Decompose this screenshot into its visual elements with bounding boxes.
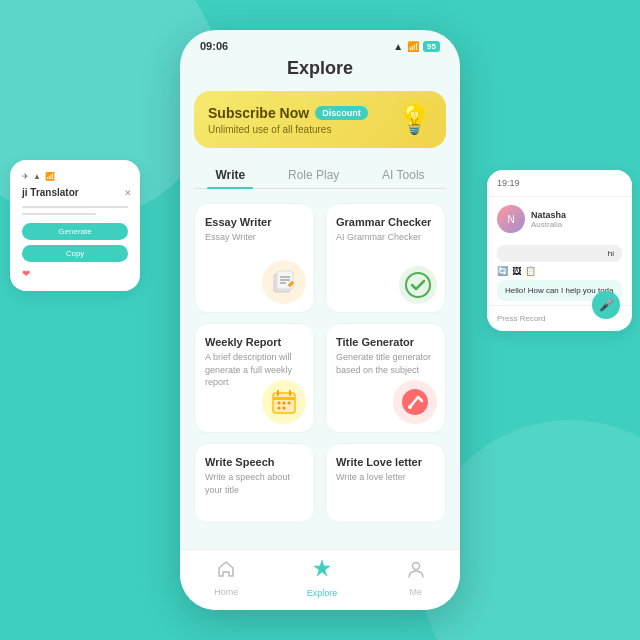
tool-card-essay[interactable]: Essay Writer Essay Writer [194,203,315,313]
svg-point-14 [283,407,286,410]
side-card-title: ji Translator [22,187,128,198]
svg-point-11 [283,402,286,405]
bulb-icon: 💡 [397,103,432,136]
me-icon [406,559,426,584]
tool-card-speech[interactable]: Write Speech Write a speech about your t… [194,443,315,523]
love-title: Write Love letter [336,456,435,468]
svg-point-17 [412,563,419,570]
speech-desc: Write a speech about your title [205,471,304,496]
bottom-nav: Home Explore Me [180,549,460,610]
tab-bar: Write Role Play AI Tools [194,162,446,189]
svg-rect-7 [273,397,295,400]
report-icon [262,380,306,424]
heart-icon: ❤ [22,268,128,279]
nav-home[interactable]: Home [214,559,238,597]
tools-grid: Essay Writer Essay Writer Grammar Checke… [194,203,446,433]
nav-me-label: Me [409,587,422,597]
titlegenerator-desc: Generate title generator based on the su… [336,351,435,376]
essay-desc: Essay Writer [205,231,304,244]
tool-card-title-gen[interactable]: Title Generator Generate title generator… [325,323,446,433]
user-name: Natasha [531,210,566,220]
tools-grid-bottom: Write Speech Write a speech about your t… [194,443,446,523]
essay-icon [262,260,306,304]
copy-button[interactable]: Copy [22,245,128,262]
tool-card-love[interactable]: Write Love letter Write a love letter [325,443,446,523]
essay-title: Essay Writer [205,216,304,228]
chat-card: 19:19 N Natasha Australia hi 🔄🖼📋 Hello! … [487,170,632,331]
side-card-status: ✈▲📶 [22,172,128,181]
translate-icons: 🔄🖼📋 [497,266,622,276]
nav-explore[interactable]: Explore [307,558,338,598]
chat-header: 19:19 [487,170,632,197]
subscribe-banner[interactable]: Subscribe Now Discount Unlimited use of … [194,91,446,148]
wifi-icon: ▲ [393,41,403,52]
grammar-desc: AI Grammar Checker [336,231,435,244]
nav-me[interactable]: Me [406,559,426,597]
tab-write[interactable]: Write [207,162,253,188]
grammar-title: Grammar Checker [336,216,435,228]
svg-point-16 [408,405,412,409]
home-icon [216,559,236,584]
translator-card: ✈▲📶 ji Translator ✕ Generate Copy ❤ [10,160,140,291]
discount-badge: Discount [315,106,368,120]
svg-point-5 [406,273,430,297]
tool-card-grammar[interactable]: Grammar Checker AI Grammar Checker [325,203,446,313]
signal-icon: 📶 [407,41,419,52]
titlegenerator-title: Title Generator [336,336,435,348]
subscribe-title-row: Subscribe Now Discount [208,105,368,121]
grammar-icon [399,266,437,304]
chat-user-info: N Natasha Australia [487,197,632,241]
explore-icon [311,558,333,585]
input-line-1 [22,206,128,208]
user-avatar: N [497,205,525,233]
love-desc: Write a love letter [336,471,435,484]
phone-content: Explore Subscribe Now Discount Unlimited… [180,58,460,582]
close-icon[interactable]: ✕ [124,188,132,198]
status-icons: ▲ 📶 95 [393,41,440,52]
generate-button[interactable]: Generate [22,223,128,240]
nav-explore-label: Explore [307,588,338,598]
battery-badge: 95 [423,41,440,52]
subscribe-title-text: Subscribe Now [208,105,309,121]
report-title: Weekly Report [205,336,304,348]
main-phone: 09:06 ▲ 📶 95 Explore Subscribe Now Disco… [180,30,460,610]
nav-home-label: Home [214,587,238,597]
tool-card-report[interactable]: Weekly Report A brief description will g… [194,323,315,433]
svg-point-10 [278,402,281,405]
subscribe-subtitle: Unlimited use of all features [208,124,368,135]
time-display: 09:06 [200,40,228,52]
titlegenerator-icon [393,380,437,424]
user-message: hi [497,245,622,262]
tab-roleplay[interactable]: Role Play [280,162,347,188]
speech-title: Write Speech [205,456,304,468]
input-line-2 [22,213,96,215]
svg-point-13 [278,407,281,410]
tab-aitools[interactable]: AI Tools [374,162,432,188]
chat-time: 19:19 [497,178,520,188]
mic-button[interactable]: 🎤 [592,291,620,319]
user-country: Australia [531,220,566,229]
svg-point-12 [288,402,291,405]
page-title: Explore [194,58,446,79]
status-bar: 09:06 ▲ 📶 95 [180,30,460,58]
